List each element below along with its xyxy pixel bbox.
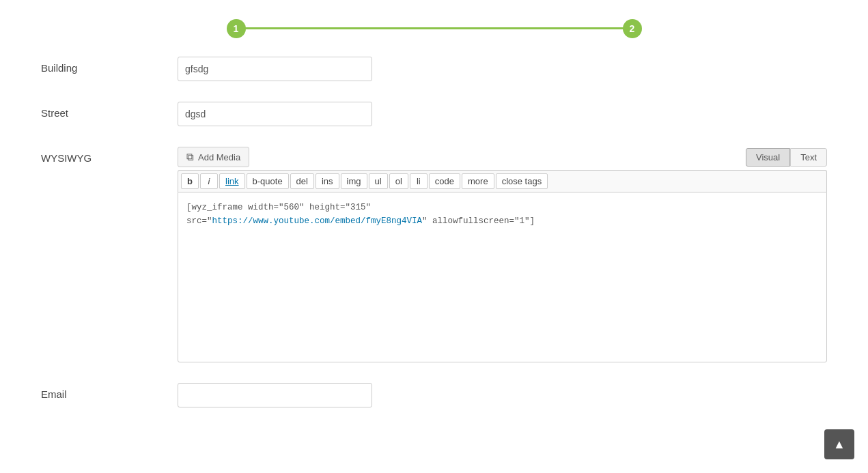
view-tabs: Visual Text <box>746 148 827 167</box>
format-closetags-button[interactable]: close tags <box>496 173 548 189</box>
street-field <box>178 102 827 126</box>
building-input[interactable] <box>178 57 372 81</box>
content-url: https://www.youtube.com/embed/fmyE8ng4VI… <box>212 216 423 226</box>
progress-step-1[interactable]: 1 <box>227 19 246 38</box>
wysiwyg-field: ⧉ Add Media Visual Text b i link b-quote… <box>178 147 827 362</box>
street-input[interactable] <box>178 102 372 126</box>
format-img-button[interactable]: img <box>341 173 367 189</box>
add-media-icon: ⧉ <box>186 151 194 163</box>
text-tab[interactable]: Text <box>790 148 827 167</box>
building-field <box>178 57 827 81</box>
format-link-button[interactable]: link <box>219 173 245 189</box>
format-ul-button[interactable]: ul <box>369 173 388 189</box>
progress-step-2[interactable]: 2 <box>623 19 642 38</box>
wysiwyg-top-toolbar: ⧉ Add Media Visual Text <box>178 147 827 167</box>
format-bold-button[interactable]: b <box>181 173 199 189</box>
format-ins-button[interactable]: ins <box>316 173 339 189</box>
add-media-label: Add Media <box>198 152 240 162</box>
format-del-button[interactable]: del <box>290 173 314 189</box>
format-italic-button[interactable]: i <box>200 173 218 189</box>
wysiwyg-content: [wyz_iframe width="560" height="315" src… <box>186 201 818 228</box>
scroll-top-button[interactable]: ▲ <box>824 429 854 459</box>
format-ol-button[interactable]: ol <box>389 173 408 189</box>
form-container: Building Street WYSIWYG ⧉ Add Media <box>0 57 868 407</box>
building-row: Building <box>41 57 827 81</box>
add-media-button[interactable]: ⧉ Add Media <box>178 147 249 167</box>
street-row: Street <box>41 102 827 126</box>
building-label: Building <box>41 57 178 74</box>
scroll-top-icon: ▲ <box>833 438 845 452</box>
email-field-container <box>178 383 827 407</box>
wysiwyg-editor-area[interactable]: [wyz_iframe width="560" height="315" src… <box>178 192 827 362</box>
wysiwyg-row: WYSIWYG ⧉ Add Media Visual Text b <box>41 147 827 362</box>
visual-tab[interactable]: Visual <box>746 148 790 167</box>
email-label: Email <box>41 383 178 400</box>
page-container: 1 2 Building Street WYSIWYG <box>0 0 868 473</box>
progress-bar-container: 1 2 <box>0 14 868 57</box>
street-label: Street <box>41 102 178 119</box>
format-li-button[interactable]: li <box>410 173 428 189</box>
email-input[interactable] <box>178 383 372 407</box>
content-line2: src="https://www.youtube.com/embed/fmyE8… <box>186 216 535 226</box>
wysiwyg-label: WYSIWYG <box>41 147 178 164</box>
progress-track: 1 2 <box>236 27 632 29</box>
format-more-button[interactable]: more <box>462 173 494 189</box>
content-line1: [wyz_iframe width="560" height="315" <box>186 203 371 212</box>
format-bquote-button[interactable]: b-quote <box>247 173 289 189</box>
format-code-button[interactable]: code <box>429 173 460 189</box>
format-toolbar: b i link b-quote del ins img ul ol li co… <box>178 170 827 192</box>
email-row: Email <box>41 383 827 407</box>
